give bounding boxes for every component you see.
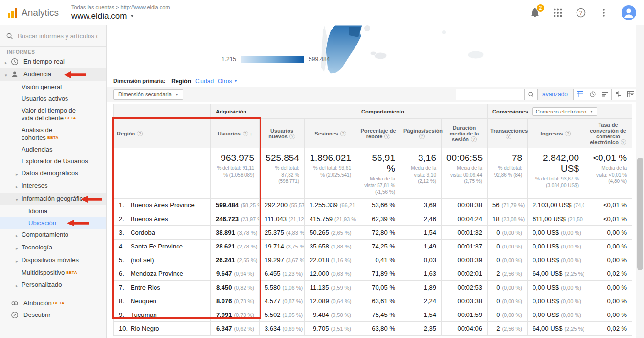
group-header-adquisicion: Adquisición (211, 104, 356, 119)
geo-map[interactable]: 1.215 599.484 (107, 25, 644, 74)
metric-value: 1.255.339 (310, 202, 338, 209)
analytics-logo[interactable]: Analytics (8, 7, 67, 18)
region-link[interactable]: Entre Rios (131, 284, 160, 291)
search-input[interactable] (18, 32, 98, 40)
property-selector[interactable]: www.eldia.com (71, 11, 170, 21)
sidebar-item-vision-general[interactable]: Visión general (0, 81, 106, 93)
region-cell: 4.Santa Fe Province (114, 239, 211, 253)
percentage-view-icon[interactable] (586, 89, 599, 100)
table-row[interactable]: 10.Rio Negro6.347(0,62 %)3.634(0,69 %)9.… (114, 321, 632, 335)
sidebar-item-analisis-de-cohortes[interactable]: Análisis de cohortesBETA (0, 124, 106, 144)
sidebar-item-valor-del-tiempo-de-vida-del-cliente[interactable]: Valor del tiempo de vida del clienteBETA (0, 105, 106, 124)
sidebar-item-descubrir[interactable]: Descubrir (0, 309, 106, 321)
dimension-option-ciudad[interactable]: Ciudad (195, 78, 214, 85)
ecommerce-selector[interactable]: Comercio electrónico▼ (532, 107, 597, 116)
table-row[interactable]: 8.Neuquen8.076(0,78 %)4.577(0,87 %)12.08… (114, 294, 632, 308)
apps-grid-icon[interactable] (553, 7, 563, 18)
metric-value: 2,35 (424, 325, 436, 332)
sidebar-item-en-tiempo-real[interactable]: ▸En tiempo real (0, 56, 106, 68)
metric-value: 71,89 % (372, 270, 395, 277)
sidebar-item-personalizado[interactable]: ▸Personalizado (0, 279, 106, 292)
summary-value: 00:06:55 (446, 153, 482, 163)
table-search-input[interactable] (456, 89, 524, 100)
metric-value: 00:01:59 (457, 311, 482, 318)
column-header-ingresos[interactable]: Ingresos? (528, 119, 584, 148)
sidebar-item-audiencia[interactable]: ▾Audiencia (0, 68, 106, 81)
metric-cell: 1,63 (400, 267, 442, 280)
metric-value: 35.658 (310, 243, 329, 250)
row-rank: 7. (119, 284, 131, 291)
performance-view-icon[interactable] (599, 89, 612, 100)
region-cell: 6.Mendoza Province (114, 267, 211, 280)
sidebar-item-atribucion[interactable]: AtribuciónBETA (0, 297, 106, 309)
sidebar-item-comportamiento[interactable]: ▸Comportamiento (0, 229, 106, 242)
table-row[interactable]: 9.Tucuman7.991(0,78 %)5.502(1,05 %)9.484… (114, 308, 632, 321)
dimension-option-otros[interactable]: Otros▼ (218, 78, 237, 85)
region-link[interactable]: Rio Negro (131, 325, 159, 332)
sidebar-item-label: Explorador de Usuarios (22, 158, 88, 165)
more-options-kebab-icon[interactable] (599, 7, 609, 18)
sidebar-item-informacion-geografica[interactable]: ▾Información geográfica (0, 193, 106, 205)
column-header-paginas-sesion[interactable]: Páginas/sesión? (400, 119, 442, 148)
region-link[interactable]: Santa Fe Province (131, 243, 183, 250)
region-link[interactable]: Buenos Aires Province (131, 202, 195, 209)
sidebar-item-explorador-de-usuarios[interactable]: Explorador de Usuarios (0, 156, 106, 167)
user-avatar[interactable] (622, 5, 636, 20)
table-search-button[interactable] (524, 89, 538, 100)
metric-cell: 1,89 (400, 280, 442, 294)
secondary-dimension-button[interactable]: Dimensión secundaria ▼ (113, 89, 183, 100)
region-link[interactable]: Buenos Aires (131, 215, 168, 223)
sidebar-item-audiencias[interactable]: Audiencias (0, 144, 106, 156)
table-row[interactable]: 1.Buenos Aires Province599.484(58,25 %)2… (114, 198, 632, 212)
region-link[interactable]: (not set) (131, 256, 154, 264)
page-scrollbar[interactable] (636, 25, 644, 338)
metric-percent: (2,56 %) (502, 271, 522, 277)
sidebar-item-idioma[interactable]: Idioma (0, 205, 106, 217)
region-link[interactable]: Cordoba (131, 229, 155, 236)
column-header-porcentaje-de-rebote[interactable]: Porcentaje de rebote? (356, 119, 400, 148)
sidebar-item-datos-demograficos[interactable]: ▸Datos demográficos (0, 167, 106, 180)
sidebar-item-label: Valor del tiempo de vida del clienteBETA (22, 107, 89, 122)
region-link[interactable]: Mendoza Province (131, 270, 183, 277)
metric-cell: 22.018(1,16 %) (305, 253, 356, 267)
column-header-transacciones[interactable]: Transacciones? (488, 119, 528, 148)
metric-value: 6.347 (216, 325, 232, 332)
table-row[interactable]: 3.Cordoba38.891(3,78 %)25.375(4,83 %)50.… (114, 225, 632, 239)
sidebar-item-multidispositivo[interactable]: MultidispositivoBETA (0, 267, 106, 279)
advanced-filter-link[interactable]: avanzado (542, 91, 568, 98)
table-row[interactable]: 2.Buenos Aires246.723(23,97 %)111.043(21… (114, 212, 632, 225)
column-header-usuarios-nuevos[interactable]: Usuarios nuevos? (260, 119, 305, 148)
column-header-tasa-de-conversion-de-comercio-electronico[interactable]: Tasa de conversión de comercio electróni… (584, 119, 632, 148)
region-link[interactable]: Tucuman (131, 311, 157, 318)
sidebar-item-tecnologia[interactable]: ▸Tecnología (0, 242, 106, 254)
notifications-bell-icon[interactable]: 2 (530, 7, 540, 18)
column-header-usuarios[interactable]: Usuarios?↓ (211, 119, 260, 148)
breadcrumb[interactable]: Todas las cuentas > http://www.eldia.com (71, 4, 170, 10)
metric-cell: 0,02 % (584, 321, 632, 335)
table-row[interactable]: 6.Mendoza Province9.647(0,94 %)6.455(1,2… (114, 267, 632, 280)
sidebar-search[interactable] (0, 25, 106, 47)
table-row[interactable]: 4.Santa Fe Province28.621(2,78 %)19.714(… (114, 239, 632, 253)
sidebar-item-ubicacion[interactable]: Ubicación (0, 217, 106, 229)
scrollbar-thumb[interactable] (637, 158, 643, 270)
metric-value: 9.647 (216, 270, 232, 277)
column-header-region[interactable]: Región? (114, 119, 211, 148)
column-header-duracion-media-de-la-sesion[interactable]: Duración media de la sesión? (442, 119, 488, 148)
metric-cell: 26.241(2,55 %) (211, 253, 260, 267)
pivot-view-icon[interactable] (624, 89, 637, 100)
table-row[interactable]: 5.(not set)26.241(2,55 %)19.297(3,67 %)2… (114, 253, 632, 267)
region-link[interactable]: Neuquen (131, 297, 156, 305)
dimension-option-region[interactable]: Región (171, 78, 191, 85)
sidebar-item-intereses[interactable]: ▸Intereses (0, 180, 106, 193)
summary-cell: 00:06:55Media de la vista: 00:06:44 (2,7… (442, 148, 488, 199)
sidebar-item-usuarios-activos[interactable]: Usuarios activos (0, 93, 106, 105)
help-icon[interactable]: ? (576, 7, 586, 18)
summary-value: 963.975 (216, 153, 254, 163)
table-view-icon[interactable] (573, 89, 586, 100)
search-icon (6, 32, 13, 40)
sidebar-item-dispositivos-moviles[interactable]: ▸Dispositivos móviles (0, 254, 106, 267)
comparison-view-icon[interactable] (611, 89, 624, 100)
table-row[interactable]: 7.Entre Rios8.450(0,82 %)5.580(1,06 %)11… (114, 280, 632, 294)
column-header-sesiones[interactable]: Sesiones? (305, 119, 356, 148)
metric-cell: 38.891(3,78 %) (211, 225, 260, 239)
